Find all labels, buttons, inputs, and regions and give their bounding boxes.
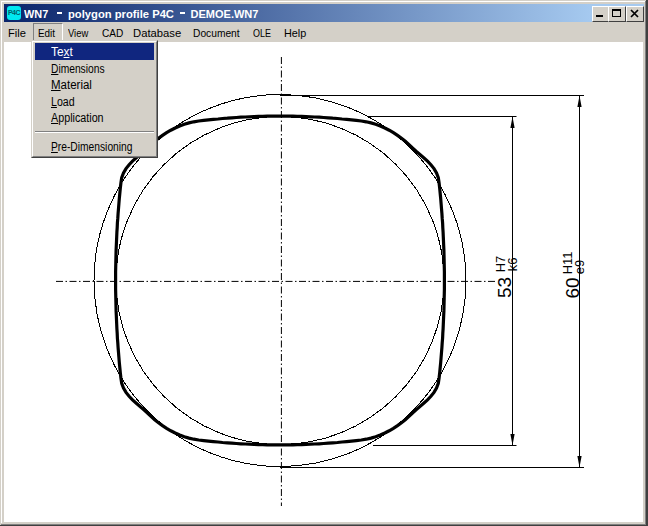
svg-text:e9: e9 (573, 260, 588, 274)
svg-text:53: 53 (494, 277, 515, 298)
svg-text:k6: k6 (505, 257, 520, 271)
svg-text:60: 60 (562, 277, 583, 298)
